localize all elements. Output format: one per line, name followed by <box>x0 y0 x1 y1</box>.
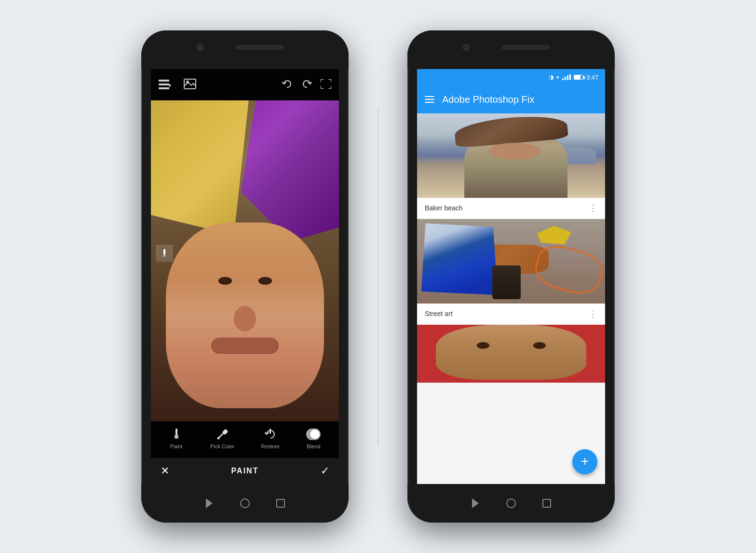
portrait-right-eye <box>533 342 546 349</box>
paint-tool-btn[interactable]: Paint <box>169 427 184 449</box>
right-eye <box>258 277 272 285</box>
paint-label: Paint <box>170 443 182 449</box>
svg-rect-2 <box>159 87 169 89</box>
baker-beach-info: Baker beach ⋮ <box>417 198 605 218</box>
brush-tool-side[interactable] <box>156 245 173 262</box>
status-icons: ◑ ▾ 3:47 <box>549 74 598 81</box>
right-back-button[interactable] <box>470 498 481 509</box>
battery-icon <box>574 75 583 80</box>
baker-beach-item[interactable]: Baker beach ⋮ <box>417 113 605 218</box>
redo-button[interactable] <box>301 79 312 91</box>
street-art-more-button[interactable]: ⋮ <box>589 309 597 318</box>
paint-icon <box>169 427 184 442</box>
image-icon <box>184 79 196 89</box>
left-phone-bottom-bar <box>141 484 349 523</box>
toolbar-right <box>282 79 331 91</box>
right-back-icon <box>472 498 479 508</box>
mouth <box>211 338 279 354</box>
street-art-thumb <box>417 219 605 304</box>
left-phone: Paint Pick Color <box>141 30 349 523</box>
svg-rect-1 <box>159 83 169 85</box>
right-home-icon <box>506 498 516 508</box>
nose <box>234 306 256 332</box>
svg-rect-15 <box>270 429 271 434</box>
blend-toggle[interactable] <box>306 429 321 440</box>
right-recents-icon <box>542 499 551 508</box>
undo-button[interactable] <box>282 79 293 91</box>
image-button[interactable] <box>184 79 196 91</box>
portrait-face <box>436 325 586 380</box>
status-bar: ◑ ▾ 3:47 <box>417 69 605 85</box>
street-art-item[interactable]: Street art ⋮ <box>417 219 605 324</box>
status-time: 3:47 <box>586 74 598 81</box>
portrait-left-eye <box>477 342 489 349</box>
svg-rect-9 <box>176 429 177 436</box>
left-phone-top-bar <box>141 30 349 69</box>
hamburger-line-3 <box>425 102 434 103</box>
layers-button[interactable] <box>159 80 171 90</box>
speaker-grille <box>235 45 284 50</box>
street-art-name: Street art <box>425 310 453 318</box>
toolbar-left <box>159 79 196 91</box>
svg-rect-6 <box>163 249 165 255</box>
restore-brush-icon <box>265 429 276 440</box>
editor-toolbar <box>151 69 339 100</box>
fab-plus-icon: + <box>581 455 589 468</box>
blonde-hair <box>151 100 249 235</box>
back-icon <box>206 498 213 508</box>
signal-bar-2 <box>565 77 566 80</box>
blend-tool-btn[interactable]: Blend <box>306 427 321 449</box>
phones-container: Paint Pick Color <box>0 0 756 553</box>
left-phone-screen: Paint Pick Color <box>151 69 339 484</box>
right-phone-screen: ◑ ▾ 3:47 <box>417 69 605 484</box>
signal-icon <box>562 74 571 80</box>
battery-fill <box>574 75 581 79</box>
expand-button[interactable] <box>321 79 331 91</box>
hamburger-menu-button[interactable] <box>425 96 434 103</box>
baker-beach-thumb <box>417 113 605 198</box>
home-button[interactable] <box>239 498 251 509</box>
cancel-button[interactable]: ✕ <box>161 465 169 477</box>
restore-icon <box>263 427 278 442</box>
street-person <box>492 265 521 299</box>
portrait-thumb <box>417 325 605 383</box>
recents-button[interactable] <box>275 498 286 509</box>
blend-toggle-area <box>306 427 321 442</box>
app-screen: ◑ ▾ 3:47 <box>417 69 605 484</box>
tool-buttons-row: Paint Pick Color <box>151 427 339 449</box>
camera-dot <box>197 44 203 51</box>
hamburger-line-2 <box>425 99 434 100</box>
blend-label: Blend <box>307 443 320 449</box>
right-recents-button[interactable] <box>541 498 553 509</box>
expand-icon <box>321 79 331 89</box>
eyes-area <box>151 277 339 285</box>
svg-rect-11 <box>175 435 178 438</box>
svg-marker-3 <box>168 84 171 87</box>
undo-icon <box>282 79 293 89</box>
svg-point-14 <box>217 437 220 440</box>
paint-brush-icon <box>171 429 182 440</box>
editor-photo-area[interactable] <box>151 100 339 421</box>
back-button[interactable] <box>203 498 215 509</box>
signal-bar-4 <box>569 74 571 80</box>
pick-color-label: Pick Color <box>210 443 234 449</box>
portrait-item[interactable] <box>417 325 605 383</box>
fab-add-button[interactable]: + <box>572 449 597 474</box>
brightness-icon: ◑ <box>549 74 554 81</box>
photo-list: Baker beach ⋮ <box>417 113 605 484</box>
restore-label: Restore <box>261 443 280 449</box>
phones-divider <box>378 108 378 445</box>
right-phone-bottom-bar <box>407 484 615 523</box>
pick-color-tool-btn[interactable]: Pick Color <box>210 427 234 449</box>
street-art-info: Street art ⋮ <box>417 304 605 324</box>
confirm-button[interactable]: ✓ <box>321 465 329 477</box>
app-header-title: Adobe Photoshop Fix <box>442 94 534 105</box>
editor-action-bar: ✕ PAINT ✓ <box>151 458 339 484</box>
right-phone: ◑ ▾ 3:47 <box>407 30 615 523</box>
signal-bar-1 <box>562 78 564 80</box>
restore-tool-btn[interactable]: Restore <box>261 427 280 449</box>
recents-icon <box>276 499 285 508</box>
baker-beach-more-button[interactable]: ⋮ <box>589 204 597 212</box>
right-home-button[interactable] <box>505 498 517 509</box>
layers-icon <box>159 80 171 90</box>
